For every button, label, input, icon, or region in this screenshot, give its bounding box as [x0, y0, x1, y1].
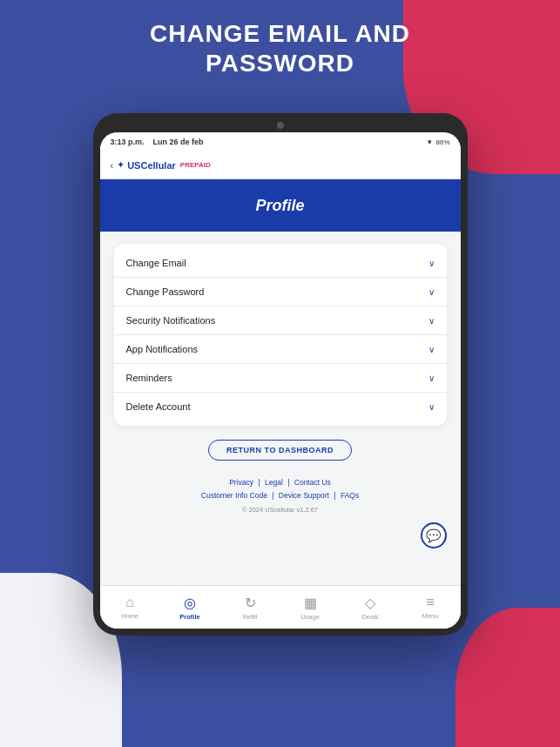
footer-links: Privacy | Legal | Contact Us Customer In…	[114, 476, 447, 514]
tab-refill-label: Refill	[243, 613, 258, 621]
logo-prepaid-label: PREPAID	[180, 161, 211, 169]
footer-privacy-link[interactable]: Privacy	[229, 478, 253, 487]
tablet-frame: 3:13 p.m. Lun 26 de feb ▾ 86% ‹ ✦ USCell…	[93, 113, 468, 636]
return-to-dashboard-button[interactable]: RETURN TO DASHBOARD	[208, 440, 352, 461]
accordion-item-change-email[interactable]: Change Email ∨	[114, 249, 447, 278]
bg-red-bottom-right	[455, 608, 560, 747]
tablet-camera	[277, 122, 284, 129]
status-right: ▾ 86%	[428, 138, 449, 146]
tab-home[interactable]: ⌂ Home	[100, 595, 160, 620]
chat-icon: 💬	[426, 528, 441, 542]
tab-deals-label: Deals	[361, 613, 378, 621]
tab-usage[interactable]: ▦ Usage	[280, 595, 341, 621]
refill-icon: ↻	[245, 595, 256, 611]
chevron-down-icon: ∨	[428, 374, 435, 383]
accordion-item-reminders[interactable]: Reminders ∨	[114, 364, 447, 393]
chat-support-button[interactable]: 💬	[421, 522, 447, 548]
footer-copyright: © 2024 UScellular v1.2.67	[114, 506, 447, 514]
screen-body: Change Email ∨ Change Password ∨ Securit…	[100, 232, 461, 585]
accordion-item-change-password[interactable]: Change Password ∨	[114, 278, 447, 306]
app-header: Profile	[100, 179, 461, 232]
footer-device-support-link[interactable]: Device Support	[279, 491, 329, 500]
footer-separator-4: |	[334, 491, 338, 500]
footer-separator-2: |	[287, 478, 292, 487]
accordion-item-app-notifications[interactable]: App Notifications ∨	[114, 335, 447, 364]
chevron-down-icon: ∨	[428, 316, 435, 326]
footer-faqs-link[interactable]: FAQs	[341, 491, 359, 500]
tab-menu-label: Menu	[422, 612, 439, 620]
back-button[interactable]: ‹	[111, 160, 114, 171]
battery-indicator: 86%	[435, 138, 449, 146]
tablet-screen: 3:13 p.m. Lun 26 de feb ▾ 86% ‹ ✦ USCell…	[100, 132, 461, 629]
page-title-area: CHANGE EMAIL AND PASSWORD	[0, 19, 560, 77]
chevron-down-icon: ∨	[428, 402, 435, 412]
nav-bar: ‹ ✦ USCellular PREPAID	[100, 151, 461, 179]
accordion-label-reminders: Reminders	[126, 373, 172, 383]
brand-logo: ✦ USCellular PREPAID	[117, 159, 211, 171]
tab-bar: ⌂ Home ◎ Profile ↻ Refill ▦ Usage ◇ Deal…	[100, 585, 461, 629]
logo-star-icon: ✦	[117, 159, 125, 171]
status-bar: 3:13 p.m. Lun 26 de feb ▾ 86%	[100, 132, 461, 151]
profile-icon: ◎	[184, 595, 196, 611]
usage-icon: ▦	[304, 595, 317, 611]
back-arrow-icon: ‹	[111, 160, 114, 171]
footer-contact-link[interactable]: Contact Us	[294, 478, 331, 487]
footer-row-2: Customer Info Code | Device Support | FA…	[114, 489, 447, 502]
footer-row-1: Privacy | Legal | Contact Us	[114, 476, 447, 489]
tab-usage-label: Usage	[300, 613, 320, 621]
home-icon: ⌂	[125, 595, 134, 610]
chevron-down-icon: ∨	[428, 287, 435, 297]
accordion-label-app-notifications: App Notifications	[126, 344, 199, 354]
accordion-card: Change Email ∨ Change Password ∨ Securit…	[114, 244, 447, 426]
footer-separator-3: |	[272, 491, 276, 500]
page-title-line2: PASSWORD	[0, 49, 560, 78]
return-button-area: RETURN TO DASHBOARD	[114, 440, 447, 461]
accordion-item-delete-account[interactable]: Delete Account ∨	[114, 393, 447, 421]
chevron-down-icon: ∨	[428, 259, 435, 268]
accordion-item-security-notifications[interactable]: Security Notifications ∨	[114, 306, 447, 335]
tab-deals[interactable]: ◇ Deals	[341, 595, 401, 621]
wifi-icon: ▾	[428, 138, 432, 146]
tab-menu[interactable]: ≡ Menu	[401, 595, 461, 620]
accordion-label-change-email: Change Email	[126, 258, 186, 268]
chevron-down-icon: ∨	[428, 345, 435, 354]
status-time: 3:13 p.m. Lun 26 de feb	[111, 138, 204, 146]
footer-customer-info-link[interactable]: Customer Info Code	[201, 491, 267, 500]
menu-icon: ≡	[426, 595, 434, 610]
deals-icon: ◇	[365, 595, 375, 611]
accordion-label-security-notifications: Security Notifications	[126, 315, 216, 326]
tab-home-label: Home	[121, 612, 138, 620]
accordion-label-change-password: Change Password	[126, 286, 205, 297]
logo-text: USCellular	[127, 160, 176, 171]
app-header-title: Profile	[255, 197, 304, 215]
tab-profile-label: Profile	[179, 613, 199, 621]
tab-profile[interactable]: ◎ Profile	[160, 595, 220, 621]
tab-refill[interactable]: ↻ Refill	[220, 595, 280, 621]
footer-separator-1: |	[258, 478, 262, 487]
page-title-line1: CHANGE EMAIL AND	[0, 19, 560, 49]
accordion-label-delete-account: Delete Account	[126, 401, 191, 412]
footer-legal-link[interactable]: Legal	[265, 478, 283, 487]
